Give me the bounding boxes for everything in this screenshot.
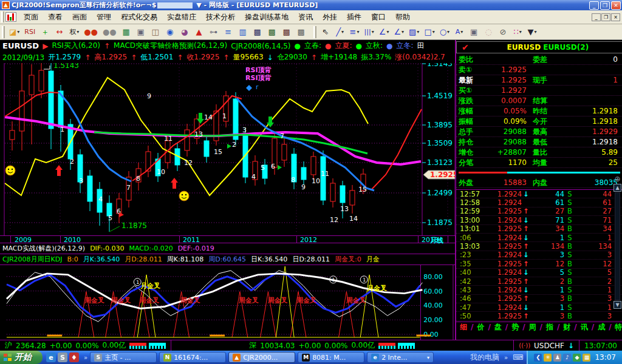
menu-item-画面[interactable]: 画面 [67,11,92,24]
tick-scrollbar[interactable]: ⊕ ▲ ▼ [613,175,622,320]
alarm-bell-icon[interactable]: ▲ [193,25,206,39]
vertical-lines-icon[interactable]: |||▾ [363,25,376,39]
magnifier-icon[interactable]: ◉ [163,25,177,39]
fan-lines-icon[interactable]: ∠▾ [377,25,391,39]
trend-line-icon[interactable]: ╱▾ [333,25,347,39]
close-button[interactable]: ✕ [611,1,621,10]
pointer-tool-icon[interactable]: ⇖ [319,25,332,39]
panel-tab-细[interactable]: 细 [456,322,471,332]
keyboard-icon[interactable]: ⌨ [513,353,523,362]
task-cjr2000[interactable]: ▲CJR2000... [228,352,295,363]
save-icon[interactable]: ▼▾ [525,25,539,39]
media-quicklaunch-icon[interactable]: ♦ [69,352,79,362]
book-icon[interactable]: ◫ [149,25,162,39]
window-kline-icon[interactable]: ▩ [265,25,279,39]
shanghai-volume-bars [129,343,166,349]
menu-item-实盘猎庄[interactable]: 实盘猎庄 [162,11,201,24]
horizontal-panels-icon[interactable]: ≡ [222,25,235,39]
panel-tab-讯[interactable]: 讯 [577,322,592,332]
menu-item-窗口[interactable]: 窗口 [366,11,391,24]
horizontal-lines-icon[interactable]: ≡▾ [348,25,361,39]
lock-icon[interactable]: ⊘ [496,25,510,39]
minimize-button[interactable]: _ [589,1,599,10]
task-homepage[interactable]: S主页 - ... [90,352,157,363]
menu-item-资讯[interactable]: 资讯 [293,11,318,24]
tray-audio-icon[interactable]: ♪ [563,354,571,362]
window-quote-icon[interactable]: ▩ [295,25,308,39]
menu-item-查看[interactable]: 查看 [43,11,67,24]
panel-tab-价[interactable]: 价 [473,322,488,332]
task-161674[interactable]: N161674:... [159,352,226,363]
svg-text:7: 7 [126,184,131,192]
hatch-lines-icon[interactable]: ▨▾ [407,25,421,39]
copy-icon[interactable]: ▣ [467,25,480,39]
panel-tab-指[interactable]: 指 [542,322,557,332]
vertical-panels-icon[interactable]: ▥ [236,25,250,39]
chevron-icon[interactable]: » [83,354,89,361]
tray-users-icon[interactable]: ♟ [553,354,561,362]
doc-restore-button[interactable]: ❐ [601,13,610,21]
menu-item-页面[interactable]: 页面 [19,11,43,24]
menu-item-管理[interactable]: 管理 [92,11,116,24]
shenzhen-volume-bars [378,343,415,349]
copy-page-icon[interactable]: ▣ [134,25,148,39]
sogou-quicklaunch-icon[interactable]: S [58,352,67,362]
panel-tab-特[interactable]: 特 [612,322,622,332]
menu-item-技术分析[interactable]: 技术分析 [201,11,240,24]
rsi-indicator-icon[interactable]: RSI [22,25,37,39]
my-computer-label[interactable]: 我的电脑 [470,352,499,363]
restore-button[interactable]: ❐ [600,1,610,10]
connector-icon[interactable]: ⊶ [207,25,220,39]
tray-star-icon[interactable]: ✳ [544,354,552,362]
ellipse-tool-icon[interactable]: ○▾ [438,25,451,39]
market-light-on-icon[interactable]: ●● [82,25,100,39]
tray-grid-icon[interactable]: ▦ [583,354,590,362]
menu-item-操盘训练基地[interactable]: 操盘训练基地 [240,11,293,24]
tray-collapse-icon[interactable]: ❮ [534,354,542,362]
rights-adjust-button[interactable]: 权▾ [67,25,81,39]
open-folder-icon[interactable]: ◪▾ [7,25,21,39]
panel-tab-周[interactable]: 周 [525,322,540,332]
next-symbol[interactable]: USDCHF [534,342,564,350]
scroll-track[interactable] [615,192,620,300]
start-button[interactable]: 开始 [0,351,43,364]
doc-close-button[interactable]: × [611,13,620,21]
menu-item-外挂[interactable]: 外挂 [318,11,342,24]
task-8081[interactable]: M8081: M... [298,352,364,363]
kdj-indicator-chart[interactable]: 80.0060.0040.0020.000.00111周金叉周金叉周金叉周金叉周… [0,265,456,340]
panel-tab-盘[interactable]: 盘 [491,322,505,332]
palette-icon[interactable]: ◕ [178,25,191,39]
horizontal-scale-icon[interactable]: ↔ [53,25,66,39]
panel-tab-成[interactable]: 成 [594,322,609,332]
doc-minimize-button[interactable]: _ [592,13,601,21]
menu-item-插件[interactable]: 插件 [342,11,366,24]
title-bar[interactable]: ▲ CJR2000!Sempron至尊行情分析软件!o⌐¬$ ▼ - 网络版 -… [0,0,622,10]
svg-text:11: 11 [164,135,173,143]
quote-row-增仓: 增仓+28807量比5.89 [456,147,622,158]
gann-lines-icon[interactable]: ∠▾ [392,25,406,39]
scroll-down-button[interactable]: ▼ [613,301,621,309]
tray-safe-icon[interactable]: ◆ [573,354,581,362]
ie-quicklaunch-icon[interactable]: e [46,352,56,362]
text-segment: ↑ [223,53,229,62]
toolbar-grip[interactable] [2,26,5,38]
menu-item-程式化交易[interactable]: 程式化交易 [116,11,162,24]
task-ie-group[interactable]: e2 Inte...▾ [367,352,434,363]
menu-item-帮助[interactable]: 帮助 [391,11,415,24]
calendar-icon[interactable]: ▦ [120,25,133,39]
main-candlestick-chart[interactable]: 1.51431.45191.38951.35091.31231.24991.18… [0,63,456,235]
eraser-icon[interactable]: ◌ [482,25,495,39]
rectangle-tool-icon[interactable]: □▾ [422,25,436,39]
window-index-icon[interactable]: ▩ [280,25,293,39]
toolbar-grip[interactable] [1,12,4,22]
scroll-up-button[interactable]: ▲ [613,184,621,192]
window-ma-icon[interactable]: ▩ [251,25,264,39]
color-dots-icon[interactable]: ∷▾ [511,25,524,39]
panel-tab-势[interactable]: 势 [508,322,522,332]
toolbar-grip[interactable] [313,26,316,38]
move-tool-icon[interactable]: ＋ [38,25,52,39]
market-light-off-icon[interactable]: ●● [101,25,118,39]
text-tool-icon[interactable]: A▾ [453,25,466,39]
chevron-icon[interactable]: » [503,354,509,361]
panel-tab-财[interactable]: 财 [559,322,574,332]
